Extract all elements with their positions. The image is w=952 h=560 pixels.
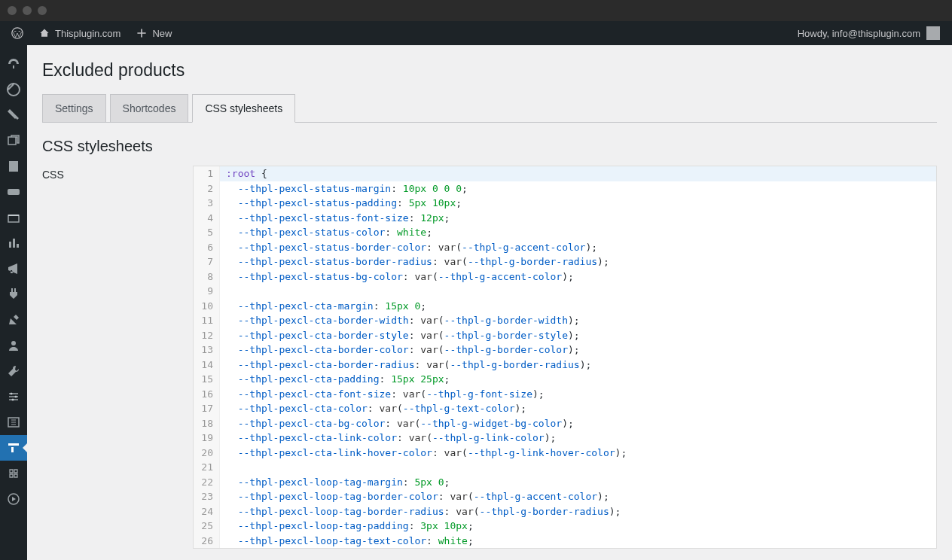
code-line[interactable]: 4 --thpl-pexcl-status-font-size: 12px; [194, 211, 936, 226]
code-content[interactable]: --thpl-pexcl-cta-color: var(--thpl-g-tex… [220, 401, 526, 416]
code-content[interactable]: --thpl-pexcl-status-bg-color: var(--thpl… [220, 269, 574, 285]
line-number: 25 [194, 519, 220, 534]
code-line[interactable]: 26 --thpl-pexcl-loop-tag-text-color: whi… [194, 534, 936, 549]
window-titlebar [0, 0, 952, 21]
code-content[interactable]: --thpl-pexcl-cta-link-hover-color: var(-… [220, 446, 627, 461]
code-content[interactable]: --thpl-pexcl-status-margin: 10px 0 0 0; [220, 181, 468, 196]
sidebar-item-settings[interactable] [0, 384, 27, 409]
code-content[interactable] [220, 284, 232, 299]
site-name-link[interactable]: Thisplugin.com [33, 21, 126, 45]
code-line[interactable]: 18 --thpl-pexcl-cta-bg-color: var(--thpl… [194, 416, 936, 431]
code-line[interactable]: 9 [194, 284, 936, 299]
code-line[interactable]: 22 --thpl-pexcl-loop-tag-margin: 5px 0; [194, 475, 936, 490]
page-title: Excluded products [42, 60, 937, 81]
new-label: New [152, 28, 172, 39]
svg-rect-3 [8, 189, 20, 195]
code-line[interactable]: 11 --thpl-pexcl-cta-border-width: var(--… [194, 313, 936, 328]
code-content[interactable]: --thpl-pexcl-status-font-size: 12px; [220, 211, 450, 226]
code-content[interactable]: --thpl-pexcl-cta-font-size: var(--thpl-g… [220, 387, 545, 402]
code-content[interactable]: :root { [220, 166, 267, 181]
account-menu[interactable]: Howdy, info@thisplugin.com [798, 26, 946, 40]
sidebar-item-extra-2[interactable] [0, 486, 27, 512]
code-content[interactable]: --thpl-pexcl-cta-link-color: var(--thpl-… [220, 431, 556, 446]
code-line[interactable]: 5 --thpl-pexcl-status-color: white; [194, 225, 936, 240]
plus-icon [136, 27, 148, 39]
code-line[interactable]: 16 --thpl-pexcl-cta-font-size: var(--thp… [194, 387, 936, 402]
line-number: 13 [194, 342, 220, 358]
code-line[interactable]: 14 --thpl-pexcl-cta-border-radius: var(-… [194, 358, 936, 373]
code-content[interactable]: --thpl-pexcl-cta-border-style: var(--thp… [220, 328, 580, 343]
sidebar-item-pages[interactable] [0, 154, 27, 179]
code-line[interactable]: 15 --thpl-pexcl-cta-padding: 15px 25px; [194, 372, 936, 387]
css-code-editor[interactable]: 1:root {2 --thpl-pexcl-status-margin: 10… [193, 166, 937, 549]
wp-logo-menu[interactable] [6, 21, 29, 45]
howdy-prefix: Howdy, [798, 28, 832, 39]
code-content[interactable]: --thpl-pexcl-status-border-color: var(--… [220, 240, 597, 255]
new-content-link[interactable]: New [130, 21, 177, 45]
traffic-light-min[interactable] [23, 6, 32, 15]
code-content[interactable]: --thpl-pexcl-loop-tag-padding: 3px 10px; [220, 519, 474, 534]
svg-point-5 [11, 341, 16, 345]
code-content[interactable]: --thpl-pexcl-cta-bg-color: var(--thpl-g-… [220, 416, 574, 431]
code-content[interactable]: --thpl-pexcl-loop-tag-text-color: white; [220, 534, 474, 549]
tab-bar: SettingsShortcodesCSS stylesheets [42, 94, 937, 123]
code-content[interactable]: --thpl-pexcl-loop-tag-margin: 5px 0; [220, 475, 450, 490]
code-line[interactable]: 8 --thpl-pexcl-status-bg-color: var(--th… [194, 269, 936, 285]
traffic-light-close[interactable] [8, 6, 17, 15]
sidebar-item-tools[interactable] [0, 358, 27, 384]
code-content[interactable]: --thpl-pexcl-loop-tag-border-radius: var… [220, 504, 621, 519]
code-line[interactable]: 17 --thpl-pexcl-cta-color: var(--thpl-g-… [194, 401, 936, 416]
line-number: 15 [194, 372, 220, 387]
sidebar-item-updates[interactable] [0, 77, 27, 102]
code-content[interactable]: --thpl-pexcl-cta-padding: 15px 25px; [220, 372, 450, 387]
code-line[interactable]: 19 --thpl-pexcl-cta-link-color: var(--th… [194, 431, 936, 446]
code-line[interactable]: 24 --thpl-pexcl-loop-tag-border-radius: … [194, 504, 936, 519]
sidebar-item-dashboard[interactable] [0, 51, 27, 77]
code-line[interactable]: 7 --thpl-pexcl-status-border-radius: var… [194, 254, 936, 269]
sidebar-item-woocommerce[interactable] [0, 179, 27, 205]
code-line[interactable]: 23 --thpl-pexcl-loop-tag-border-color: v… [194, 489, 936, 504]
code-line[interactable]: 6 --thpl-pexcl-status-border-color: var(… [194, 240, 936, 255]
svg-rect-2 [9, 161, 18, 172]
howdy-user: info@thisplugin.com [832, 28, 920, 39]
code-content[interactable]: --thpl-pexcl-status-color: white; [220, 225, 432, 240]
sidebar-item-posts[interactable] [0, 102, 27, 128]
avatar [926, 26, 940, 40]
code-content[interactable]: --thpl-pexcl-loop-tag-border-color: var(… [220, 489, 609, 504]
code-content[interactable]: --thpl-pexcl-cta-margin: 15px 0; [220, 299, 426, 314]
code-content[interactable]: --thpl-pexcl-status-border-radius: var(-… [220, 254, 609, 269]
code-content[interactable] [220, 460, 232, 475]
sidebar-item-appearance[interactable] [0, 307, 27, 333]
sidebar-item-thisplugin[interactable] [0, 435, 27, 461]
code-line[interactable]: 25 --thpl-pexcl-loop-tag-padding: 3px 10… [194, 519, 936, 534]
sidebar-item-media[interactable] [0, 128, 27, 154]
code-line[interactable]: 3 --thpl-pexcl-status-padding: 5px 10px; [194, 196, 936, 211]
sidebar-item-elementor[interactable] [0, 409, 27, 435]
code-line[interactable]: 1:root { [194, 166, 936, 181]
code-line[interactable]: 21 [194, 460, 936, 475]
sidebar-item-users[interactable] [0, 333, 27, 358]
code-content[interactable]: --thpl-pexcl-cta-border-width: var(--thp… [220, 313, 580, 328]
sidebar-item-marketing[interactable] [0, 256, 27, 282]
code-content[interactable]: --thpl-pexcl-cta-border-radius: var(--th… [220, 358, 591, 373]
code-content[interactable]: --thpl-pexcl-status-padding: 5px 10px; [220, 196, 462, 211]
code-line[interactable]: 20 --thpl-pexcl-cta-link-hover-color: va… [194, 446, 936, 461]
tab-settings[interactable]: Settings [42, 94, 106, 122]
tab-shortcodes[interactable]: Shortcodes [110, 94, 189, 122]
traffic-light-max[interactable] [38, 6, 47, 15]
sidebar-item-extra-1[interactable] [0, 461, 27, 486]
sidebar-item-products[interactable] [0, 205, 27, 230]
svg-point-6 [11, 393, 13, 395]
line-number: 5 [194, 225, 220, 240]
svg-point-8 [12, 399, 14, 401]
tab-css-stylesheets[interactable]: CSS stylesheets [192, 94, 295, 123]
sidebar-item-analytics[interactable] [0, 230, 27, 256]
sidebar-item-plugins[interactable] [0, 282, 27, 307]
code-line[interactable]: 12 --thpl-pexcl-cta-border-style: var(--… [194, 328, 936, 343]
code-line[interactable]: 10 --thpl-pexcl-cta-margin: 15px 0; [194, 299, 936, 314]
code-content[interactable]: --thpl-pexcl-cta-border-color: var(--thp… [220, 342, 580, 358]
svg-rect-4 [8, 215, 19, 222]
admin-sidebar [0, 45, 27, 560]
code-line[interactable]: 2 --thpl-pexcl-status-margin: 10px 0 0 0… [194, 181, 936, 196]
code-line[interactable]: 13 --thpl-pexcl-cta-border-color: var(--… [194, 342, 936, 358]
